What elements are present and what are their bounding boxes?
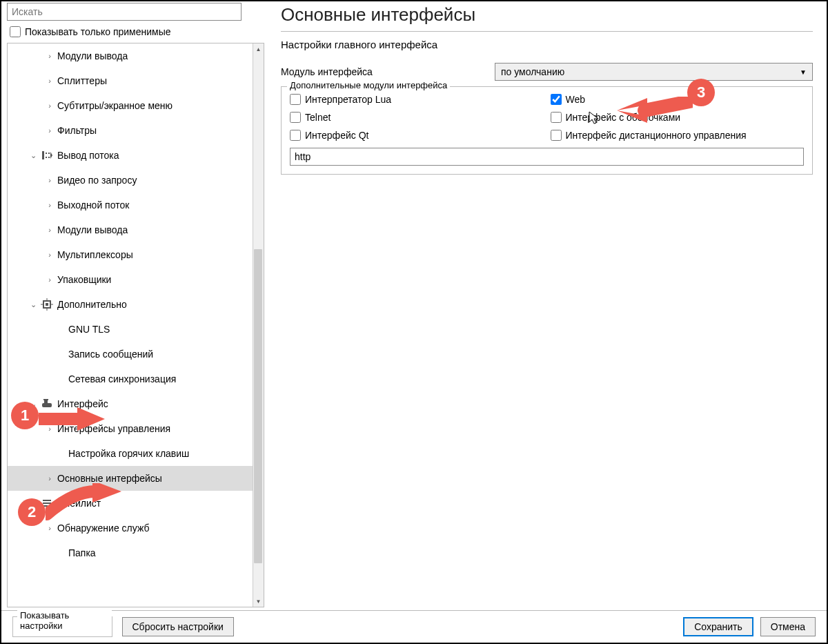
show-settings-group: Показывать настройки простые все [12, 616, 112, 637]
tree-item-label: Дополнительно [57, 299, 127, 310]
tree-item[interactable]: ›Модули вывода [8, 43, 253, 68]
scroll-track[interactable] [253, 55, 264, 596]
interface-module-label: Модуль интерфейса [281, 66, 495, 77]
tree-item-label: Модули вывода [57, 50, 128, 61]
callout-1: 1 [11, 402, 39, 429]
search-input[interactable] [7, 3, 241, 21]
tree-item-label: Запись сообщений [68, 349, 153, 360]
tree-item[interactable]: ›Сплиттеры [8, 68, 253, 93]
tree-item-label: Сетевая синхронизация [68, 373, 176, 384]
checkbox-интерпретатор-lua[interactable]: Интерпретатор Lua [290, 94, 544, 105]
tree-item[interactable]: ›Упаковщики [8, 267, 253, 292]
tree-item[interactable]: Папка [8, 540, 253, 565]
page-title: Основные интерфейсы [281, 1, 813, 31]
tree-item-label: Выходной поток [57, 199, 129, 211]
page-subtitle: Настройки главного интерфейса [281, 39, 813, 50]
tree-item[interactable]: Запись сообщений [8, 342, 253, 367]
svg-rect-1 [46, 153, 47, 154]
extra-interfaces-fieldset: Дополнительные модули интерфейса Интерпр… [281, 86, 813, 175]
tree-item-label: Упаковщики [57, 274, 111, 285]
chevron-right-icon: › [45, 201, 55, 209]
reset-button[interactable]: Сбросить настройки [122, 617, 234, 636]
chevron-down-icon: ▼ [800, 68, 807, 76]
tree-item[interactable]: ›Основные интерфейсы [8, 466, 253, 491]
dropdown-value: по умолчанию [501, 66, 564, 77]
chevron-right-icon: › [45, 52, 55, 60]
tree-item[interactable]: GNU TLS [8, 317, 253, 342]
svg-rect-4 [48, 157, 50, 158]
callout-2: 2 [18, 498, 46, 526]
tree-item-label: Мультиплексоры [57, 249, 133, 260]
interface-module-dropdown[interactable]: по умолчанию ▼ [495, 63, 813, 81]
arrow-2-icon [46, 483, 121, 522]
chevron-right-icon: › [45, 275, 55, 284]
tree-item[interactable]: ›Субтитры/экранное меню [8, 93, 253, 118]
checkbox-label: Интерфейс дистанционного управления [566, 130, 747, 141]
tree-item-label: Модули вывода [57, 224, 128, 235]
svg-rect-3 [46, 157, 47, 158]
checkbox-label: Интерпретатор Lua [305, 94, 391, 105]
checkbox-label: Web [566, 94, 586, 105]
cancel-button[interactable]: Отмена [760, 617, 816, 636]
svg-marker-17 [77, 407, 105, 431]
chevron-right-icon: › [45, 101, 55, 110]
checkbox-label: Telnet [305, 112, 331, 123]
tree-item[interactable]: ⌄Вывод потока [8, 143, 253, 168]
svg-marker-18 [92, 483, 121, 502]
tree-item-label: Субтитры/экранное меню [57, 100, 172, 111]
tree-item[interactable]: ›Обнаружение служб [8, 516, 253, 540]
chevron-right-icon: › [45, 251, 55, 259]
settings-tree[interactable]: ›Модули вывода›Сплиттеры›Субтитры/экранн… [8, 43, 253, 607]
tree-item[interactable]: ›Выходной поток [8, 193, 253, 217]
checkbox-интерфейс-qt[interactable]: Интерфейс Qt [290, 130, 544, 141]
chevron-right-icon: › [45, 176, 55, 184]
svg-rect-0 [42, 151, 44, 159]
tree-item[interactable]: Сетевая синхронизация [8, 367, 253, 391]
show-applicable-label: Показывать только применимые [25, 26, 171, 37]
chevron-down-icon: ⌄ [28, 151, 38, 160]
tree-item[interactable]: Настройка горячих клавиш [8, 441, 253, 466]
tree-item[interactable]: ›Модули вывода [8, 217, 253, 242]
tree-item[interactable]: ›Фильтры [8, 118, 253, 143]
stream-icon [41, 149, 53, 162]
svg-rect-6 [46, 303, 48, 306]
show-applicable-checkbox[interactable]: Показывать только применимые [4, 23, 267, 40]
tree-item-label: Папка [68, 547, 96, 558]
checkbox-label: Интерфейс Qt [305, 130, 368, 141]
tree-item[interactable]: ⌄Дополнительно [8, 292, 253, 317]
scrollbar[interactable]: ▲ ▼ [253, 43, 264, 607]
chevron-right-icon: › [45, 126, 55, 135]
http-input[interactable] [290, 148, 804, 166]
cpu-icon [41, 298, 53, 311]
divider [281, 31, 813, 32]
show-applicable-input[interactable] [10, 26, 21, 37]
tree-item-label: GNU TLS [68, 324, 110, 335]
settings-content: Основные интерфейсы Настройки главного и… [267, 1, 827, 610]
chevron-right-icon: › [45, 474, 55, 482]
scroll-down-icon[interactable]: ▼ [254, 596, 264, 607]
tree-item-label: Настройка горячих клавиш [68, 448, 189, 459]
scroll-thumb[interactable] [254, 249, 262, 563]
checkbox-интерфейс-дистанционного-управления[interactable]: Интерфейс дистанционного управления [551, 130, 805, 141]
checkbox-telnet[interactable]: Telnet [290, 112, 544, 123]
chevron-right-icon: › [45, 77, 55, 85]
fieldset-legend: Дополнительные модули интерфейса [287, 80, 450, 90]
tree-item-label: Вывод потока [57, 150, 119, 161]
svg-rect-13 [43, 399, 48, 400]
tree-item-label: Основные интерфейсы [57, 473, 162, 484]
tree-item-label: Видео по запросу [57, 175, 137, 186]
tree-item-label: Фильтры [57, 125, 97, 136]
chevron-down-icon: ⌄ [28, 300, 38, 309]
show-settings-legend: Показывать настройки [17, 610, 112, 631]
save-button[interactable]: Сохранить [683, 617, 753, 636]
chevron-right-icon: › [45, 226, 55, 234]
chevron-right-icon: › [45, 524, 55, 532]
tree-item[interactable]: ›Мультиплексоры [8, 242, 253, 267]
arrow-3-icon [617, 97, 693, 124]
tree-item-label: Обнаружение служб [57, 523, 149, 534]
scroll-up-icon[interactable]: ▲ [254, 43, 264, 55]
bottom-bar: Показывать настройки простые все Сбросит… [1, 610, 827, 643]
tree-item-label: Сплиттеры [57, 75, 107, 86]
arrow-1-icon [39, 407, 105, 431]
tree-item[interactable]: ›Видео по запросу [8, 168, 253, 193]
